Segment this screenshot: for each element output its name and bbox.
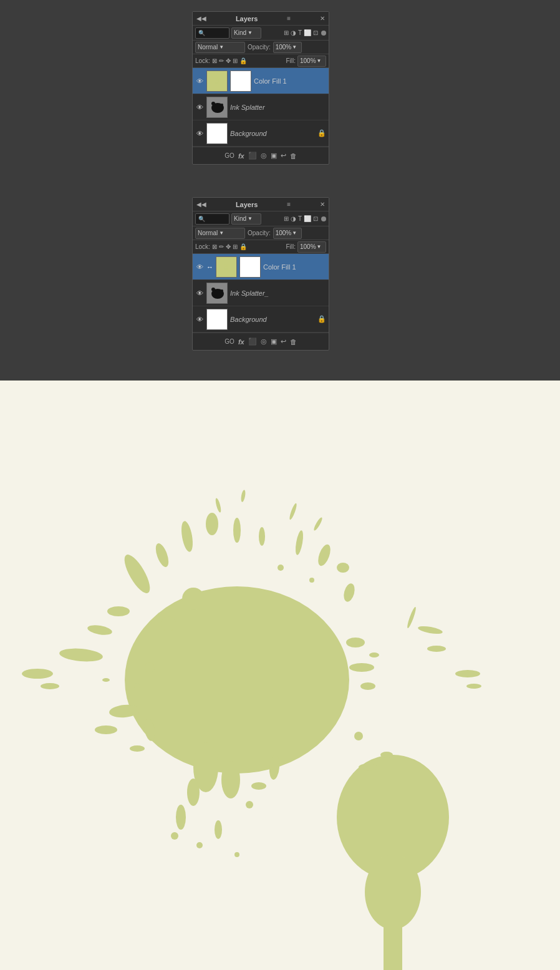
panel-1-close-icon[interactable]: ✕ [320, 15, 325, 22]
move-arrow-icon: ↔ [206, 263, 213, 271]
lock-draw-icon-1[interactable]: ✏ [219, 57, 224, 64]
fx-icon-1[interactable]: fx [238, 152, 244, 160]
eye-icon-2-background[interactable]: 👁 [195, 315, 204, 324]
fill-dropdown-2[interactable]: 100% ▼ [297, 241, 326, 253]
kind-dropdown-2[interactable]: Kind ▼ [231, 213, 261, 225]
search-box-2[interactable]: 🔍 [195, 213, 229, 225]
shape-icon-2[interactable]: ⬜ [304, 215, 311, 222]
lock-check-icon-1[interactable]: ⊠ [212, 57, 217, 64]
layer-item-2-background[interactable]: 👁 Background 🔒 [193, 306, 329, 332]
kind-chevron-1: ▼ [248, 30, 253, 36]
lock-all-icon-2[interactable]: 🔒 [239, 243, 247, 250]
monitor-icon-1: 🖥 [213, 76, 221, 86]
toolbar-icons-2: ⊞ ◑ T ⬜ ⊡ [284, 215, 326, 222]
adjustment-icon-2[interactable]: ◎ [261, 337, 267, 346]
mask-icon-2[interactable]: ⬛ [248, 337, 257, 346]
layer-item-1-inksplatter[interactable]: 👁 Ink Splatter [193, 94, 329, 120]
layers-panel-2: ◀◀ Layers ≡ ✕ 🔍 Kind ▼ ⊞ ◑ T ⬜ ⊡ [192, 197, 329, 351]
eye-icon-2-inksplatter[interactable]: 👁 [195, 289, 204, 298]
svg-point-22 [346, 638, 365, 647]
panel-2-toolbar: 🔍 Kind ▼ ⊞ ◑ T ⬜ ⊡ [193, 211, 329, 226]
text-icon-2[interactable]: T [298, 215, 302, 222]
lock-artboard-icon-2[interactable]: ⊞ [233, 243, 238, 250]
lock-all-icon-1[interactable]: 🔒 [239, 57, 247, 64]
svg-point-41 [309, 578, 314, 583]
panel-1-collapse-icon[interactable]: ◀◀ [196, 15, 206, 22]
panel-2-collapse-icon[interactable]: ◀◀ [196, 201, 206, 208]
lock-move-icon-1[interactable]: ✥ [226, 57, 231, 64]
layer-item-2-inksplatter[interactable]: 👁 Ink Splatter_ [193, 280, 329, 306]
svg-point-47 [215, 498, 222, 513]
svg-point-12 [180, 520, 195, 553]
eye-icon-1-colorfill[interactable]: 👁 [195, 77, 204, 85]
layer-item-1-background[interactable]: 👁 Background 🔒 [193, 120, 329, 147]
layer-name-1-colorfill: Color Fill 1 [254, 77, 326, 85]
eye-icon-1-background[interactable]: 👁 [195, 129, 204, 138]
eye-icon-1-inksplatter[interactable]: 👁 [195, 103, 204, 112]
svg-point-56 [354, 732, 363, 740]
svg-point-54 [359, 764, 377, 771]
svg-point-17 [161, 616, 176, 631]
svg-point-51 [406, 606, 417, 629]
svg-point-58 [251, 782, 266, 790]
layer-name-2-colorfill: Color Fill 1 [263, 263, 326, 271]
adjust-icon-2[interactable]: ◑ [291, 215, 296, 222]
layer-name-2-background: Background [230, 316, 315, 323]
svg-point-28 [130, 745, 145, 752]
svg-point-32 [187, 778, 200, 806]
panel-2-close-icon[interactable]: ✕ [320, 201, 325, 208]
layer-item-2-colorfill[interactable]: 👁 ↔ 🖥 Color Fill 1 [193, 254, 329, 280]
smartobj-icon-2[interactable]: ⊡ [313, 215, 318, 222]
panel-2-bottom: GO fx ⬛ ◎ ▣ ↩ 🗑 [193, 332, 329, 350]
lock-check-icon-2[interactable]: ⊠ [212, 243, 217, 250]
panel-2-titlebar: ◀◀ Layers ≡ ✕ [193, 198, 329, 211]
svg-point-52 [417, 625, 443, 636]
smartobj-icon-1[interactable]: ⊡ [313, 29, 318, 36]
panel-1-bottom: GO fx ⬛ ◎ ▣ ↩ 🗑 [193, 147, 329, 164]
pixel-icon-2[interactable]: ⊞ [284, 215, 289, 222]
layer-item-1-colorfill[interactable]: 👁 🖥 Color Fill 1 [193, 68, 329, 94]
pixel-icon-1[interactable]: ⊞ [284, 29, 289, 36]
lock-move-icon-2[interactable]: ✥ [226, 243, 231, 250]
delete-icon-2[interactable]: 🗑 [290, 338, 297, 346]
thumb-1-background [206, 123, 228, 144]
svg-point-48 [240, 490, 246, 503]
group-icon-2[interactable]: ▣ [271, 337, 277, 346]
panel-1-menu-icon[interactable]: ≡ [287, 15, 291, 22]
delete-icon-1[interactable]: 🗑 [290, 152, 297, 160]
opacity-dropdown-1[interactable]: 100% ▼ [273, 42, 302, 53]
link-icon-2[interactable]: GO [224, 338, 234, 345]
svg-point-31 [221, 761, 240, 798]
opacity-dropdown-2[interactable]: 100% ▼ [273, 228, 302, 239]
lock-draw-icon-2[interactable]: ✏ [219, 243, 224, 250]
ink-splatter-artwork [0, 381, 560, 970]
group-icon-1[interactable]: ▣ [271, 152, 277, 160]
fill-dropdown-1[interactable]: 100% ▼ [297, 56, 326, 67]
svg-point-15 [259, 527, 265, 546]
adjust-icon-1[interactable]: ◑ [291, 29, 296, 36]
eye-icon-2-colorfill[interactable]: 👁 [195, 263, 204, 271]
lock-artboard-icon-1[interactable]: ⊞ [233, 57, 238, 64]
kind-chevron-2: ▼ [248, 216, 253, 221]
kind-dropdown-1[interactable]: Kind ▼ [231, 27, 261, 39]
search-box-1[interactable]: 🔍 [195, 27, 229, 39]
blend-dropdown-2[interactable]: Normal ▼ [195, 228, 245, 239]
svg-point-34 [171, 832, 178, 840]
lock-icon-1-background: 🔒 [317, 129, 326, 137]
blend-dropdown-1[interactable]: Normal ▼ [195, 42, 245, 53]
svg-point-27 [95, 725, 117, 734]
mask-icon-1[interactable]: ⬛ [248, 152, 257, 160]
link-icon-1[interactable]: GO [224, 152, 234, 159]
panel-2-menu-icon[interactable]: ≡ [287, 201, 291, 208]
svg-point-14 [233, 518, 241, 543]
svg-point-35 [196, 842, 203, 848]
lock-label-1: Lock: [195, 57, 210, 64]
svg-point-43 [134, 683, 140, 689]
shape-icon-1[interactable]: ⬜ [304, 29, 311, 36]
svg-point-21 [342, 582, 356, 603]
newlayer-icon-1[interactable]: ↩ [281, 152, 286, 160]
adjustment-icon-1[interactable]: ◎ [261, 152, 267, 160]
text-icon-1[interactable]: T [298, 29, 302, 36]
fx-icon-2[interactable]: fx [238, 338, 244, 346]
newlayer-icon-2[interactable]: ↩ [281, 337, 286, 346]
